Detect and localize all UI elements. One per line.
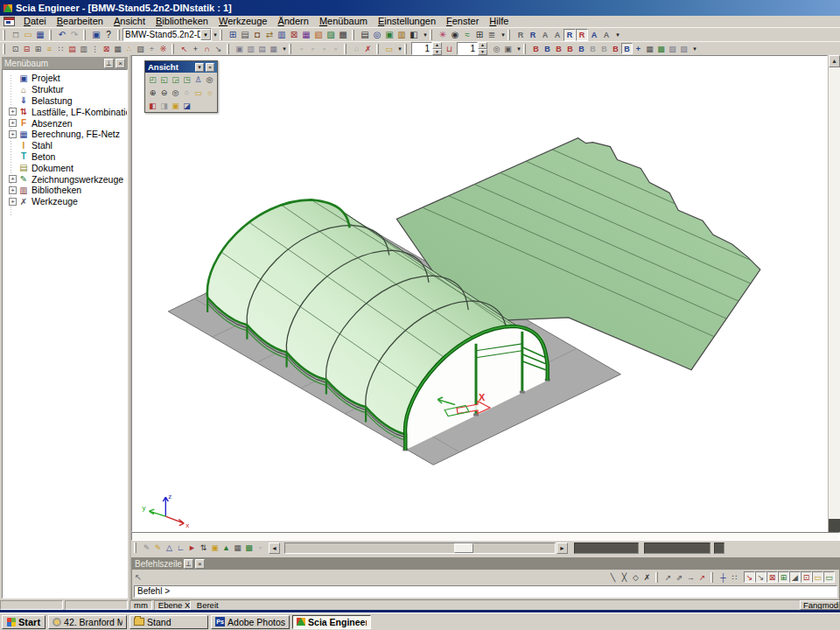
command-input[interactable]: Befehl > [134, 585, 837, 598]
tree-item-bibliotheken[interactable]: + ▥ Bibliotheken [4, 185, 127, 196]
toolbar-overflow-icon[interactable]: ▾ [396, 46, 403, 52]
menu-item[interactable]: Bearbeiten [52, 16, 108, 27]
toolbar-grip[interactable] [404, 44, 407, 54]
bottom-scroll-thumb[interactable] [454, 543, 473, 553]
loadcase-7-icon[interactable]: B [598, 43, 610, 54]
visibility-icon[interactable]: ◌ [351, 43, 362, 54]
chevron-down-icon[interactable]: ▼ [195, 63, 204, 72]
panel-icon[interactable]: ▦ [232, 542, 243, 554]
menu-item[interactable]: Fenster [441, 16, 484, 27]
zoom-window-icon[interactable]: ◎ [204, 74, 215, 85]
loadcase-save-icon[interactable]: ▦ [644, 43, 655, 54]
toolbar-overflow-icon[interactable]: ▾ [212, 32, 219, 38]
open-project-folder-icon[interactable]: ▭ [383, 43, 395, 54]
box-icon[interactable]: ▣ [209, 542, 220, 554]
expander-icon[interactable]: + [9, 119, 17, 127]
tree-item-zeichnung[interactable]: + ✎ Zeichnungswerkzeuge [4, 173, 127, 185]
zoom-in-icon[interactable]: ⊕ [147, 87, 158, 98]
snap-ortho-icon[interactable]: ⊞ [778, 571, 789, 583]
vertical-scrollbar[interactable]: ▲ [828, 55, 840, 532]
expander-icon[interactable]: + [9, 108, 17, 116]
view-z-icon[interactable]: ◲ [170, 74, 181, 85]
zoom-all-icon[interactable]: ◎ [170, 87, 181, 98]
status-plane[interactable]: Ebene XY [154, 600, 191, 610]
menu-item[interactable]: Hilfe [484, 16, 514, 27]
toolbar-grip[interactable] [3, 44, 5, 54]
grid-icon[interactable]: ⊞ [473, 29, 486, 41]
spinner-arrows-icon[interactable]: ▲▼ [478, 42, 487, 55]
light-icon[interactable]: ☼ [204, 87, 215, 98]
help-icon[interactable]: ? [102, 29, 115, 41]
toolbar-grip[interactable] [134, 542, 136, 553]
spinner-arrows-icon[interactable]: ▲▼ [432, 42, 442, 55]
zoom-document-icon[interactable]: ◉ [449, 29, 461, 41]
toolbar-overflow-icon[interactable]: ▾ [500, 32, 507, 38]
print-icon[interactable]: ▤ [359, 29, 371, 41]
expander-icon[interactable]: + [9, 175, 17, 183]
loadcase-6-icon[interactable]: B [587, 43, 598, 54]
select-filter-icon[interactable]: ⊡ [10, 43, 21, 54]
toolbar-overflow-icon[interactable]: ▾ [691, 46, 698, 52]
print-preview-icon[interactable]: ◎ [371, 29, 383, 41]
select-slabs-icon[interactable]: ≡ [44, 43, 55, 54]
scroll-up-icon[interactable]: ▲ [829, 55, 840, 67]
start-button[interactable]: Start [2, 615, 46, 629]
select-dims-icon[interactable]: ⋮ [89, 43, 101, 54]
arrow-mode-icon[interactable]: ↘ [213, 43, 224, 54]
status-unit[interactable]: mm [130, 600, 152, 610]
results-icon[interactable]: ≈ [461, 29, 473, 41]
render-mode-icon[interactable]: R [564, 29, 576, 41]
swap-icon[interactable]: ⇅ [198, 542, 209, 554]
title-bar[interactable]: Scia Engineer - [BMW-Stand5.2n2-DINstati… [0, 0, 840, 16]
view-axo-icon[interactable]: ◳ [181, 74, 192, 85]
snap-dir-3-icon[interactable]: → [685, 571, 696, 583]
snap-center-icon[interactable]: ⊡ [801, 571, 812, 583]
snap-dots-icon[interactable]: ∷ [729, 571, 740, 583]
color-settings-icon[interactable]: ✳ [437, 29, 449, 41]
toolbar-grip[interactable] [508, 30, 510, 40]
expander-icon[interactable]: + [9, 198, 17, 206]
scale-icon[interactable]: ⊔ [444, 43, 455, 54]
zoom-selection-icon[interactable]: ○ [181, 87, 192, 98]
move-icon[interactable]: ⇄ [263, 29, 276, 41]
horizontal-scroll-strip[interactable] [131, 532, 840, 541]
loadcase-1-icon[interactable]: B [530, 43, 542, 54]
close-icon[interactable]: × [195, 559, 205, 569]
link-active-icon[interactable]: ✎ [152, 542, 164, 554]
disabled-icon[interactable]: ▫ [255, 542, 266, 554]
select-nodes-icon[interactable]: ⊟ [21, 43, 32, 54]
toolbar-grip[interactable] [3, 30, 5, 40]
menu-item[interactable]: Menübaum [314, 16, 373, 27]
select-delete-icon[interactable]: ⊠ [101, 43, 112, 54]
pin-view-icon[interactable]: ✗ [362, 43, 374, 54]
tree-item-beton[interactable]: + T Beton [4, 151, 127, 163]
view-colors-icon[interactable]: ▭ [192, 87, 204, 98]
copy-props-icon[interactable]: ▣ [234, 43, 245, 54]
loadcase-3-icon[interactable]: B [553, 43, 564, 54]
render-solid-icon[interactable]: R [527, 29, 539, 41]
menu-item[interactable]: Datei [18, 16, 52, 27]
scroll-right-icon[interactable]: ► [556, 542, 568, 554]
crosshair-icon[interactable]: + [190, 43, 201, 54]
snap-midpoint-icon[interactable]: ◇ [630, 571, 641, 583]
toolbar-grip[interactable] [655, 572, 658, 583]
colors-icon[interactable]: ▩ [243, 542, 255, 554]
export-icon[interactable]: ▥ [396, 29, 408, 41]
line-grid-icon[interactable]: ▤ [239, 29, 251, 41]
document-icon[interactable]: ▩ [337, 29, 349, 41]
layers-select-icon[interactable]: ▣ [502, 43, 514, 54]
activity-icon[interactable]: △ [164, 542, 175, 554]
toolbar-grip[interactable] [117, 30, 120, 40]
toolbar-grip[interactable] [227, 44, 229, 54]
loadcase-8-icon[interactable]: B [610, 43, 621, 54]
toolbar-grip[interactable] [376, 44, 379, 54]
tree-item-dokument[interactable]: + ▤ Dokument [4, 162, 127, 173]
menu-item[interactable]: Einstellungen [373, 16, 441, 27]
pin-icon[interactable]: ⊥ [184, 559, 193, 569]
redo-icon[interactable]: ↷ [68, 29, 80, 41]
toolbar-grip[interactable] [49, 30, 52, 40]
labels-b-icon[interactable]: A [551, 29, 564, 41]
toolbar-grip[interactable] [710, 572, 713, 583]
befehlszeile-header[interactable]: Befehlszeile ⊥ × [132, 558, 839, 570]
snap-intersect-icon[interactable]: ⊠ [766, 571, 778, 583]
